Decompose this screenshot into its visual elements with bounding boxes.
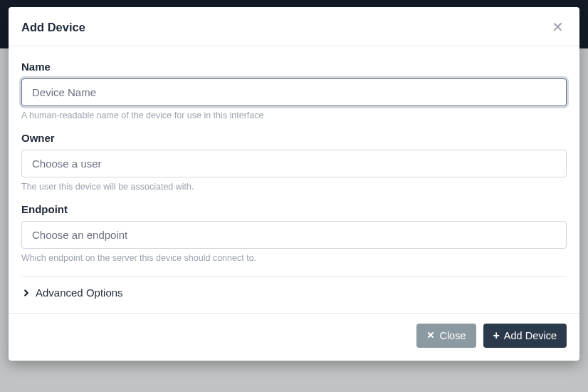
name-input[interactable] (21, 78, 567, 106)
name-help: A human-readable name of the device for … (21, 110, 567, 120)
endpoint-label: Endpoint (21, 203, 567, 215)
field-name: Name A human-readable name of the device… (21, 61, 567, 120)
modal-header: Add Device ✕ (9, 7, 579, 46)
owner-input[interactable] (21, 150, 567, 177)
close-button[interactable]: Close (416, 324, 476, 348)
divider (21, 276, 567, 277)
advanced-options-toggle[interactable]: Advanced Options (21, 287, 567, 309)
endpoint-help: Which endpoint on the server this device… (21, 253, 567, 263)
owner-help: The user this device will be associated … (21, 182, 567, 192)
close-icon[interactable]: ✕ (549, 19, 567, 36)
modal-body: Name A human-readable name of the device… (9, 46, 579, 313)
add-device-button-label: Add Device (504, 330, 557, 341)
close-button-label: Close (439, 330, 466, 341)
add-device-button[interactable]: + Add Device (483, 324, 567, 348)
chevron-right-icon (21, 288, 31, 298)
owner-label: Owner (21, 132, 567, 144)
field-endpoint: Endpoint Which endpoint on the server th… (21, 203, 567, 263)
modal-title: Add Device (21, 21, 85, 34)
endpoint-input[interactable] (21, 221, 567, 249)
advanced-options-label: Advanced Options (36, 287, 123, 299)
x-icon (426, 330, 435, 341)
add-device-modal: Add Device ✕ Name A human-readable name … (9, 7, 579, 361)
modal-footer: Close + Add Device (9, 313, 579, 361)
name-label: Name (21, 61, 567, 73)
plus-icon: + (493, 330, 500, 341)
field-owner: Owner The user this device will be assoc… (21, 132, 567, 192)
